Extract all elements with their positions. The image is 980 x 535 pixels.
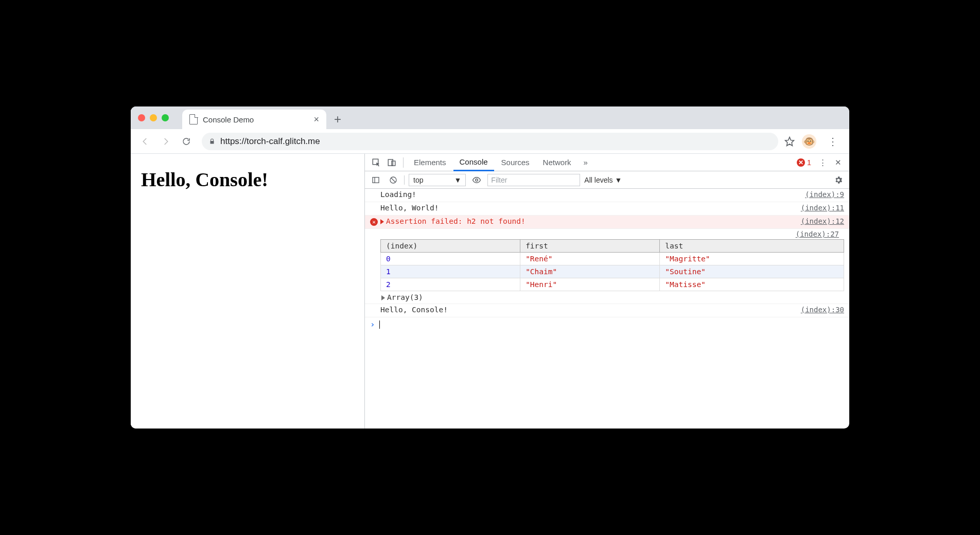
toolbar-right: 🐵 ⋮ [784, 132, 844, 151]
svg-line-7 [391, 178, 395, 182]
source-link[interactable]: (index):30 [797, 306, 844, 314]
back-button[interactable] [136, 132, 154, 151]
source-link[interactable]: (index):11 [797, 204, 844, 212]
expand-icon[interactable] [380, 219, 384, 224]
inspect-element-icon[interactable] [369, 155, 383, 170]
console-output: Loading! (index):9 Hello, World! (index)… [365, 189, 849, 429]
devtools-tabs: Elements Console Sources Network » ✕ 1 ⋮… [365, 154, 849, 171]
error-icon: ✕ [370, 218, 378, 226]
maximize-window-button[interactable] [162, 114, 169, 121]
table-row[interactable]: 2 "Henri" "Matisse" [381, 278, 844, 291]
svg-rect-4 [373, 177, 379, 183]
console-settings-icon[interactable] [832, 173, 845, 187]
close-window-button[interactable] [138, 114, 145, 121]
error-entry[interactable]: ✕ Assertion failed: h2 not found! (index… [365, 216, 849, 229]
log-entry[interactable]: Loading! (index):9 [365, 189, 849, 202]
divider [404, 175, 405, 185]
error-icon: ✕ [797, 158, 805, 167]
page-heading: Hello, Console! [141, 168, 354, 191]
tab-elements[interactable]: Elements [408, 154, 452, 171]
devtools-panel: Elements Console Sources Network » ✕ 1 ⋮… [364, 154, 849, 429]
tab-network[interactable]: Network [537, 154, 577, 171]
divider [403, 157, 404, 168]
dropdown-icon: ▼ [454, 176, 461, 184]
table-header[interactable]: first [520, 240, 660, 253]
table-row[interactable]: 0 "René" "Magritte" [381, 253, 844, 265]
error-count-badge[interactable]: ✕ 1 [794, 158, 814, 167]
expand-icon[interactable] [381, 295, 385, 300]
forward-button[interactable] [156, 132, 175, 151]
source-link[interactable]: (index):27 [796, 230, 839, 238]
table-row[interactable]: 1 "Chaim" "Soutine" [381, 265, 844, 278]
context-selector[interactable]: top ▼ [409, 174, 466, 186]
devtools-close-button[interactable]: ✕ [831, 155, 845, 170]
tab-title: Console Demo [203, 115, 254, 124]
window-controls [138, 106, 182, 129]
page-viewport: Hello, Console! [131, 154, 364, 429]
minimize-window-button[interactable] [150, 114, 157, 121]
device-toolbar-icon[interactable] [384, 155, 399, 170]
url-text: https://torch-calf.glitch.me [220, 136, 320, 147]
svg-marker-0 [785, 137, 794, 146]
console-table: (index):27 (index) first last 0 [365, 229, 849, 304]
browser-menu-button[interactable]: ⋮ [824, 132, 842, 151]
table-header[interactable]: (index) [381, 240, 520, 253]
clear-console-icon[interactable] [387, 173, 400, 187]
prompt-icon: › [370, 319, 375, 329]
tab-strip: Console Demo × + [131, 106, 849, 129]
array-summary[interactable]: Array(3) [380, 291, 844, 302]
live-expression-icon[interactable] [470, 173, 483, 187]
log-entry[interactable]: Hello, World! (index):11 [365, 202, 849, 216]
tab-console[interactable]: Console [453, 154, 494, 171]
reload-button[interactable] [177, 132, 196, 151]
log-entry[interactable]: Hello, Console! (index):30 [365, 304, 849, 317]
console-prompt[interactable]: › [365, 317, 849, 331]
svg-rect-3 [392, 161, 395, 166]
close-tab-button[interactable]: × [313, 114, 319, 125]
lock-icon [209, 138, 215, 145]
devtools-menu-button[interactable]: ⋮ [815, 155, 830, 170]
text-cursor [379, 320, 380, 329]
address-bar[interactable]: https://torch-calf.glitch.me [202, 133, 778, 150]
browser-window: Console Demo × + https://torch-calf.glit… [131, 106, 849, 429]
svg-point-8 [476, 179, 478, 181]
content-area: Hello, Console! Elements Console Sources… [131, 154, 849, 429]
more-tabs-button[interactable]: » [579, 155, 593, 170]
tab-sources[interactable]: Sources [495, 154, 536, 171]
console-toolbar: top ▼ Filter All levels ▼ [365, 171, 849, 189]
data-table: (index) first last 0 "René" "Magritte" [380, 239, 844, 291]
source-link[interactable]: (index):12 [797, 217, 844, 225]
console-sidebar-toggle-icon[interactable] [369, 173, 382, 187]
new-tab-button[interactable]: + [326, 110, 349, 129]
toolbar: https://torch-calf.glitch.me 🐵 ⋮ [131, 129, 849, 154]
bookmark-star-icon[interactable] [784, 136, 795, 147]
filter-input[interactable]: Filter [487, 174, 580, 186]
browser-tab[interactable]: Console Demo × [182, 110, 326, 129]
log-levels-selector[interactable]: All levels ▼ [584, 176, 622, 184]
document-icon [189, 114, 198, 124]
svg-rect-2 [388, 159, 393, 166]
table-header[interactable]: last [660, 240, 844, 253]
source-link[interactable]: (index):9 [801, 190, 844, 199]
dropdown-icon: ▼ [615, 176, 622, 184]
profile-avatar[interactable]: 🐵 [802, 134, 816, 149]
